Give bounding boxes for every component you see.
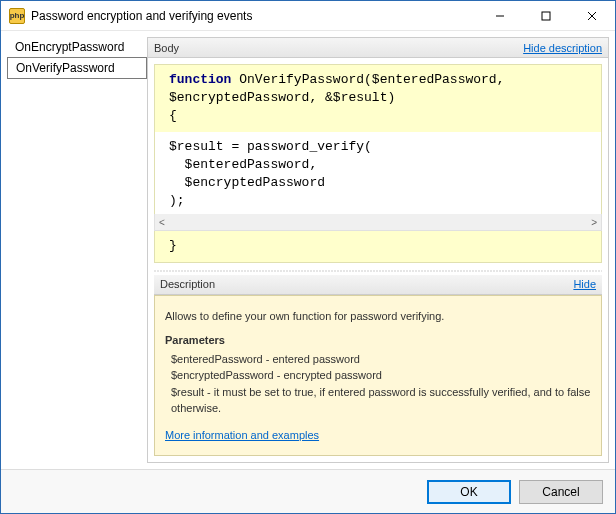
description-panel: Description Hide Allows to define your o… bbox=[154, 275, 602, 457]
window-title: Password encryption and verifying events bbox=[31, 9, 477, 23]
sidebar-item-onverifypassword[interactable]: OnVerifyPassword bbox=[7, 57, 147, 79]
close-button[interactable] bbox=[569, 1, 615, 30]
scroll-left-icon[interactable]: < bbox=[159, 217, 165, 228]
description-title: Description bbox=[160, 278, 215, 290]
description-body: Allows to define your own function for p… bbox=[154, 295, 602, 457]
horizontal-scrollbar[interactable]: < > bbox=[154, 214, 602, 231]
svg-rect-1 bbox=[542, 12, 550, 20]
cancel-button[interactable]: Cancel bbox=[519, 480, 603, 504]
minimize-icon bbox=[495, 11, 505, 21]
function-signature: function OnVerifyPassword($enteredPasswo… bbox=[154, 64, 602, 132]
code-area: function OnVerifyPassword($enteredPasswo… bbox=[148, 58, 608, 275]
description-header: Description Hide bbox=[154, 275, 602, 295]
content-area: OnEncryptPassword OnVerifyPassword Body … bbox=[1, 31, 615, 469]
function-closing-brace: } bbox=[154, 231, 602, 262]
param-result: $result - it must be set to true, if ent… bbox=[171, 384, 591, 417]
hide-link[interactable]: Hide bbox=[573, 278, 596, 290]
param-encrypted: $encryptedPassword - encrypted password bbox=[171, 367, 591, 384]
maximize-button[interactable] bbox=[523, 1, 569, 30]
body-header: Body Hide description bbox=[148, 38, 608, 58]
close-icon bbox=[587, 11, 597, 21]
parameters-heading: Parameters bbox=[165, 332, 591, 349]
body-title: Body bbox=[154, 42, 179, 54]
splitter-handle[interactable] bbox=[154, 267, 602, 275]
app-icon: php bbox=[9, 8, 25, 24]
param-entered: $enteredPassword - entered password bbox=[171, 351, 591, 368]
scroll-right-icon[interactable]: > bbox=[591, 217, 597, 228]
more-info-link[interactable]: More information and examples bbox=[165, 429, 319, 441]
ok-button[interactable]: OK bbox=[427, 480, 511, 504]
main-panel: Body Hide description function OnVerifyP… bbox=[147, 37, 609, 463]
description-intro: Allows to define your own function for p… bbox=[165, 308, 591, 325]
window-controls bbox=[477, 1, 615, 30]
titlebar: php Password encryption and verifying ev… bbox=[1, 1, 615, 31]
hide-description-link[interactable]: Hide description bbox=[523, 42, 602, 54]
dialog-footer: OK Cancel bbox=[1, 469, 615, 513]
sidebar-item-onencryptpassword[interactable]: OnEncryptPassword bbox=[7, 37, 147, 57]
minimize-button[interactable] bbox=[477, 1, 523, 30]
maximize-icon bbox=[541, 11, 551, 21]
code-editor[interactable]: $result = password_verify( $enteredPassw… bbox=[154, 132, 602, 215]
event-list: OnEncryptPassword OnVerifyPassword bbox=[7, 37, 147, 463]
dialog-window: php Password encryption and verifying ev… bbox=[0, 0, 616, 514]
